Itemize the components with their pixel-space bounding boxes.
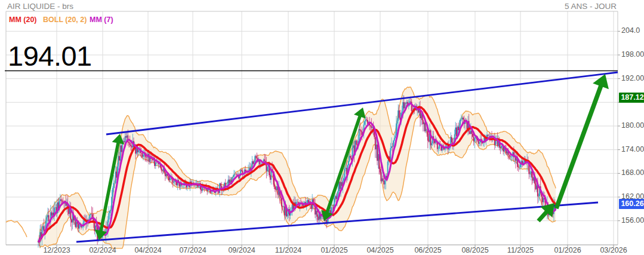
x-axis-label: 04/2024 <box>134 246 161 254</box>
legend-boll[interactable]: BOLL (20, 2) <box>43 16 87 24</box>
y-axis-label: 192.00 <box>621 74 644 82</box>
x-axis-label: 01/2026 <box>554 246 581 254</box>
y-axis-label: 204.0 <box>621 26 640 35</box>
x-axis-label: 09/2024 <box>228 246 255 254</box>
x-axis-label: 02/2024 <box>89 246 116 254</box>
x-axis-label: 03/2026 <box>600 246 627 254</box>
projection-arrow-shaft <box>538 211 547 221</box>
instrument-title: AIR LIQUIDE - brs <box>7 2 73 11</box>
target-price-badge: 187.12 <box>619 93 644 103</box>
x-axis-label: 12/2023 <box>43 246 70 254</box>
y-axis-label: 180.00 <box>621 121 644 130</box>
timeframe-label: 5 ANS - JOUR <box>565 2 617 11</box>
projection-arrow-shaft <box>556 84 602 208</box>
x-axis-label: 11/2024 <box>275 246 301 254</box>
chart-window: AIR LIQUIDE - brs 5 ANS - JOUR MM (20) B… <box>0 0 644 255</box>
x-axis-label: 11/2025 <box>507 246 534 254</box>
y-axis-label: 156.00 <box>621 216 644 225</box>
x-axis-label: 04/2025 <box>366 246 393 254</box>
x-axis-label: 08/2025 <box>461 246 488 254</box>
x-axis-label: 06/2025 <box>414 246 441 254</box>
alert-level-price: 194.01 <box>8 42 92 70</box>
y-axis-label: 168.00 <box>621 168 644 177</box>
x-axis-label: 01/2025 <box>321 246 347 254</box>
y-axis-label: 174.00 <box>621 145 644 153</box>
y-axis-label: 198.00 <box>621 50 644 59</box>
legend-mm20[interactable]: MM (20) <box>9 16 37 24</box>
x-axis-label: 07/2024 <box>179 246 206 254</box>
last-price-badge: 160.26 <box>619 199 644 209</box>
legend-mm7[interactable]: MM (7) <box>90 16 113 24</box>
bollinger-stub-left <box>6 220 27 237</box>
price-chart-canvas[interactable] <box>0 0 644 255</box>
